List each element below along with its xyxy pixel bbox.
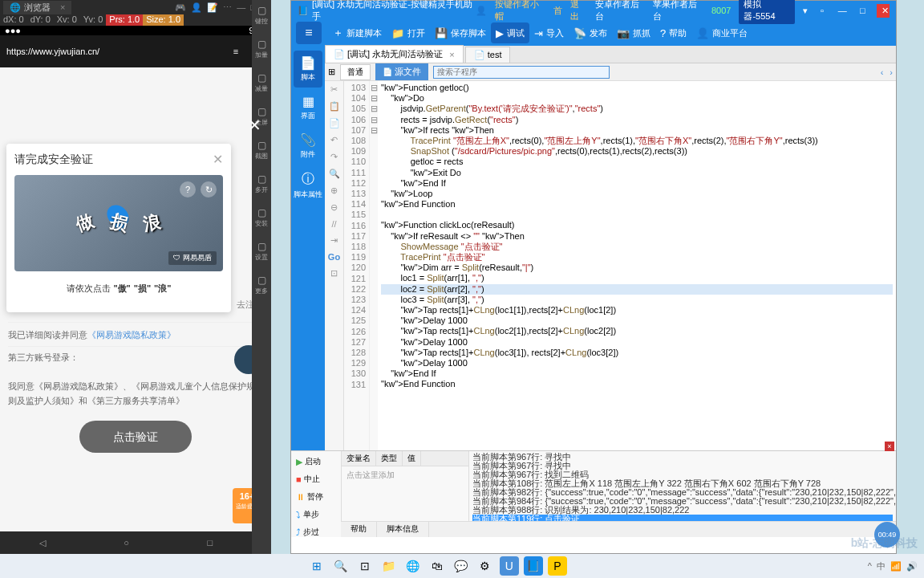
toolbar-帮助-button[interactable]: ?帮助 (655, 22, 691, 43)
search-icon[interactable]: 🔍 (331, 556, 351, 576)
note-icon[interactable]: 📝 (207, 2, 218, 13)
leftbar-脚本属性[interactable]: ⓘ脚本属性 (294, 166, 322, 205)
taskview-icon[interactable]: ⊡ (355, 556, 375, 576)
toolbar-发布-button[interactable]: 📡发布 (569, 22, 612, 43)
ellipsis-icon[interactable]: ⋯ (223, 2, 232, 13)
search-subroutine-input[interactable] (433, 66, 610, 79)
panel-close-icon[interactable]: × (885, 442, 894, 451)
mode-button[interactable]: 普通 (340, 64, 371, 80)
app-icon[interactable]: U (500, 556, 519, 576)
page-close-icon[interactable]: ✕ (248, 116, 261, 135)
nav-home-icon[interactable]: ○ (124, 538, 129, 547)
tab-close-icon[interactable]: × (60, 2, 65, 12)
policy-link[interactable]: 《网易游戏隐私政策》 (87, 330, 176, 340)
go-icon[interactable]: Go (328, 252, 340, 262)
nav-prev-icon[interactable]: ‹ (881, 67, 884, 77)
toolbar-抓抓-button[interactable]: 📷抓抓 (612, 22, 655, 43)
tool-icon[interactable]: 📄 (329, 118, 340, 128)
ide-close-icon[interactable]: ✕ (877, 4, 890, 18)
captcha-image[interactable]: ? ↻ 1 做 损 浪 🛡 网易易盾 (14, 175, 223, 271)
sidebar-item[interactable]: ▢截图 (252, 138, 271, 162)
toolbar-新建脚本-button[interactable]: ＋新建脚本 (328, 22, 387, 43)
coord-xv: Xv: 0 (54, 14, 80, 26)
sidebar-item[interactable]: ▢加量 (252, 37, 271, 61)
tool-icon[interactable]: 🔍 (329, 169, 340, 179)
tool-icon[interactable]: 📋 (329, 101, 340, 112)
leftbar-脚本[interactable]: 📄脚本 (294, 51, 322, 88)
debug-步过-button[interactable]: ⤴步过 (294, 525, 338, 539)
source-button[interactable]: 📄 源文件 (375, 63, 428, 80)
vartable-hint[interactable]: 点击这里添加 (342, 466, 468, 484)
code-editor[interactable]: ✂📋 📄↶ ↷🔍 ⊕⊖ //⇥ Go ⊡ 1031041051061071081… (325, 81, 896, 450)
ide-sep-icon[interactable]: ▫ (816, 6, 828, 15)
debug-中止-button[interactable]: ■中止 (294, 472, 338, 486)
sidebar-item[interactable]: ▢减量 (252, 71, 271, 95)
sidebar-item[interactable]: ▢多开 (252, 172, 271, 196)
lines-icon[interactable]: ≡ (226, 47, 245, 56)
tray-chevron-icon[interactable]: ^ (868, 561, 872, 571)
code-area[interactable]: "kw">Function getloc() "kw">Do jsdvip.Ge… (378, 81, 896, 450)
user-icon[interactable]: 👤 (191, 2, 202, 13)
editor-tab[interactable]: 📄 test (465, 47, 511, 63)
help-icon[interactable]: ? (180, 181, 196, 197)
tool-icon[interactable]: ⇥ (330, 235, 338, 246)
hamburger-icon[interactable]: ≡ (296, 22, 322, 44)
android-backend-link[interactable]: 安卓作者后台 (595, 0, 646, 22)
bottom-tab[interactable]: 脚本信息 (377, 522, 429, 537)
edge-icon[interactable]: 🌐 (403, 556, 423, 576)
toolbar-导入-button[interactable]: ⇥导入 (529, 22, 569, 43)
app-icon[interactable]: 📘 (524, 556, 543, 576)
explorer-icon[interactable]: 📁 (379, 556, 399, 576)
gamepad-icon[interactable]: 🎮 (175, 2, 186, 13)
sidebar-item[interactable]: ▢安装 (252, 206, 271, 230)
url-bar[interactable]: https://www.yjwujian.cn/ ≡ ⋮ (0, 35, 271, 67)
store-icon[interactable]: 🛍 (428, 556, 447, 576)
sidebar-item[interactable]: ▢键控 (252, 3, 271, 27)
tool-icon[interactable]: ⊡ (330, 268, 338, 279)
author-link[interactable]: 按键作者小帽 (495, 0, 545, 22)
nav-back-icon[interactable]: ◁ (39, 538, 46, 548)
sidebar-item[interactable]: ▢更多 (252, 273, 271, 297)
tool-icon[interactable]: // (331, 219, 336, 229)
view-icon[interactable]: ⊞ (328, 67, 335, 77)
app-icon[interactable]: P (548, 556, 567, 576)
editor-tab[interactable]: 📄 [调试] 永劫无间活动验证× (325, 45, 464, 63)
ide-maximize-icon[interactable]: □ (857, 6, 869, 15)
tool-icon[interactable]: ↷ (330, 152, 338, 162)
debug-暂停-button[interactable]: ⏸暂停 (294, 490, 338, 504)
toolbar-调试-button[interactable]: ▶调试 (491, 22, 529, 43)
tray-ime-icon[interactable]: 中 (877, 560, 886, 572)
debug-单步-button[interactable]: ⤵单步 (294, 507, 338, 522)
tray-volume-icon[interactable]: 🔊 (906, 561, 918, 572)
toolbar-打开-button[interactable]: 📁打开 (387, 22, 430, 43)
tray-wifi-icon[interactable]: 📶 (890, 561, 902, 572)
captcha-close-icon[interactable]: ✕ (213, 152, 223, 167)
app-icon[interactable]: 💬 (452, 556, 471, 576)
start-icon[interactable]: ⊞ (307, 556, 326, 576)
logout-link[interactable]: 退出 (570, 0, 587, 22)
tab-close-icon[interactable]: × (449, 50, 454, 59)
toolbar-保存脚本-button[interactable]: 💾保存脚本 (430, 22, 491, 43)
nav-next-icon[interactable]: › (890, 67, 893, 77)
nav-recent-icon[interactable]: □ (208, 538, 213, 547)
emulator-badge[interactable]: 模拟器-5554 (739, 0, 795, 24)
toolbar-商业平台-button[interactable]: 👤商业平台 (691, 22, 752, 43)
tool-icon[interactable]: ⊖ (330, 202, 338, 213)
sidebar-item[interactable]: ▢设置 (252, 239, 271, 263)
leftbar-附件[interactable]: 📎附件 (294, 128, 322, 165)
debug-启动-button[interactable]: ▶启动 (294, 454, 338, 469)
home-link[interactable]: 首 (553, 5, 562, 17)
app-icon[interactable]: ⚙ (476, 556, 495, 576)
browser-tab[interactable]: 🌐 浏览器 × (3, 1, 71, 14)
ide-minimize-icon[interactable]: — (837, 6, 849, 15)
refresh-icon[interactable]: ↻ (201, 181, 217, 197)
minimize-icon[interactable]: — (237, 2, 245, 13)
bottom-tab[interactable]: 帮助 (341, 522, 377, 537)
tool-icon[interactable]: ↶ (330, 135, 338, 145)
dropdown-icon[interactable]: ▾ (803, 6, 808, 16)
apple-backend-link[interactable]: 苹果作者后台 (653, 0, 703, 22)
tool-icon[interactable]: ✂ (330, 84, 338, 95)
verify-button[interactable]: 点击验证 (79, 421, 192, 453)
leftbar-界面[interactable]: ▦界面 (294, 89, 322, 126)
tool-icon[interactable]: ⊕ (330, 185, 338, 196)
